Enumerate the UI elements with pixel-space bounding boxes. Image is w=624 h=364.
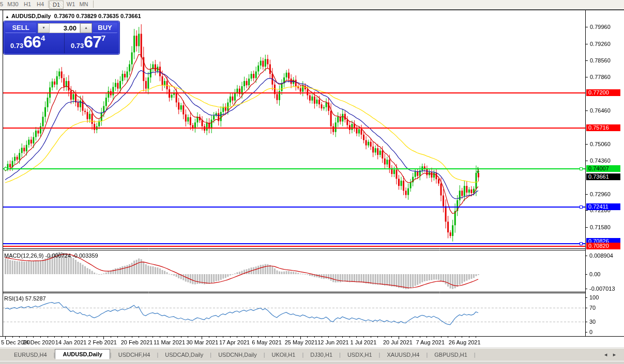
price-axis-tick: 0.79960 — [590, 24, 611, 30]
tab-scroll-right-icon[interactable]: ► — [612, 352, 621, 357]
chevron-down-icon: ▾ — [42, 25, 44, 30]
tab-scroll-left-icon[interactable]: ◄ — [603, 352, 612, 357]
buy-price-button[interactable]: 0.73677 — [64, 33, 123, 53]
macd-indicator-label: MACD(12,26,9) -0.000724 -0.003359 — [4, 252, 98, 259]
macd-axis-tick: -0.007013 — [589, 286, 615, 292]
chart-canvas[interactable] — [0, 0, 624, 364]
date-axis-label: 2 Feb 2021 — [88, 339, 117, 345]
buy-price-big: 67 — [84, 33, 101, 51]
chart-title: ▲AUDUSD,Daily 0.73670 0.73829 0.73635 0.… — [5, 13, 141, 19]
rsi-axis-tick: 30 — [589, 319, 596, 325]
chevron-up-icon: ▴ — [85, 25, 87, 30]
chart-symbol-label: AUDUSD,Daily — [11, 13, 51, 19]
date-axis-label: 17 Apr 2021 — [219, 339, 250, 345]
buy-button[interactable]: BUY — [93, 23, 117, 33]
price-axis-tick: 0.79260 — [590, 41, 611, 47]
sell-price-big: 66 — [23, 33, 41, 51]
date-axis-label: 20 Jul 2021 — [383, 339, 413, 345]
date-axis-label: 1 Jul 2021 — [351, 339, 377, 345]
chart-tab-gbpusd[interactable]: GBPUSD,H1 — [428, 350, 474, 360]
hline-price-label: 0.75716 — [586, 124, 620, 131]
date-axis-label: 6 May 2021 — [252, 339, 281, 345]
volume-input[interactable]: 3.00 — [49, 23, 80, 33]
price-axis-tick: 0.76460 — [590, 107, 611, 114]
price-axis-tick: 0.77860 — [590, 74, 611, 80]
price-axis-tick: 0.75060 — [590, 141, 611, 147]
buy-price-sup: 7 — [101, 34, 105, 42]
status-strip — [0, 361, 624, 364]
date-axis-label: 12 Jun 2021 — [317, 339, 349, 345]
chart-ohlc-label: 0.73670 0.73829 0.73635 0.73661 — [54, 13, 141, 19]
date-axis-label: 30 Mar 2021 — [186, 339, 218, 345]
date-axis-label: 14 Jan 2021 — [55, 339, 87, 345]
date-axis-label: 26 Aug 2021 — [449, 339, 481, 345]
chart-tab-usdx[interactable]: USDX,H1 — [341, 350, 379, 360]
price-axis-tick: 0.72960 — [590, 191, 611, 197]
one-click-trading-panel: SELL ▾ 3.00 ▴ BUY 0.73664 0.73677 — [4, 21, 119, 54]
chart-tab-xauusd[interactable]: XAUUSD,H4 — [380, 350, 426, 360]
tab-scroll-arrows[interactable]: ◄► — [603, 352, 621, 357]
date-axis-label: 24 Dec 2020 — [22, 339, 54, 345]
sell-button[interactable]: SELL — [5, 23, 36, 33]
rsi-axis-tick: 100 — [589, 294, 599, 300]
chart-tab-usdchf[interactable]: USDCHF,H4 — [112, 350, 157, 360]
date-axis-label: 25 May 2021 — [285, 339, 318, 345]
collapse-arrow-icon[interactable]: ▲ — [5, 14, 9, 19]
sell-price-button[interactable]: 0.73664 — [10, 33, 61, 53]
buy-price-prefix: 0.73 — [71, 42, 84, 50]
hline-price-label: 0.70820 — [586, 243, 620, 249]
chart-tab-usdcnh[interactable]: USDCNH,Daily — [211, 350, 264, 360]
volume-decrease-button[interactable]: ▾ — [38, 23, 50, 33]
date-axis-label: 11 Mar 2021 — [154, 339, 185, 345]
macd-axis-tick: 0.00 — [589, 271, 600, 277]
chart-tabs-bar: EURUSD,H4|AUDUSD,Daily|USDCHF,H4|USDCAD,… — [0, 348, 624, 361]
chart-tab-dj30[interactable]: DJ30,H1 — [303, 350, 339, 360]
date-axis-label: 7 Aug 2021 — [416, 339, 445, 345]
hline-price-label: 0.72411 — [586, 203, 620, 210]
current-price-label: 0.73661 — [586, 173, 620, 180]
sell-price-sup: 4 — [41, 34, 45, 42]
chart-tab-eurusd[interactable]: EURUSD,H4 — [7, 350, 54, 360]
hline-price-label: 0.74007 — [586, 165, 620, 172]
rsi-indicator-label: RSI(14) 57.5287 — [4, 295, 46, 302]
chart-tab-ukoil[interactable]: UKOil,H1 — [265, 350, 302, 360]
price-axis-tick: 0.78560 — [590, 57, 611, 64]
price-axis-tick: 0.74360 — [590, 157, 611, 164]
chart-tab-usdcad[interactable]: USDCAD,Daily — [158, 350, 210, 360]
rsi-axis-tick: 0 — [589, 329, 592, 335]
mt4-window: 5M30H1H4D1W1MN ▲AUDUSD,Daily 0.73670 0.7… — [0, 0, 624, 364]
sell-price-prefix: 0.73 — [10, 42, 23, 50]
date-axis-label: 20 Feb 2021 — [121, 339, 153, 345]
hline-price-label: 0.77200 — [586, 89, 620, 96]
price-axis-tick: 0.71580 — [590, 224, 611, 230]
chart-tab-audusd[interactable]: AUDUSD,Daily — [55, 349, 110, 359]
macd-axis-tick: 0.008904 — [589, 252, 613, 259]
rsi-axis-tick: 70 — [589, 305, 596, 311]
tab-separator: | — [474, 352, 476, 358]
volume-increase-button[interactable]: ▴ — [80, 23, 92, 33]
